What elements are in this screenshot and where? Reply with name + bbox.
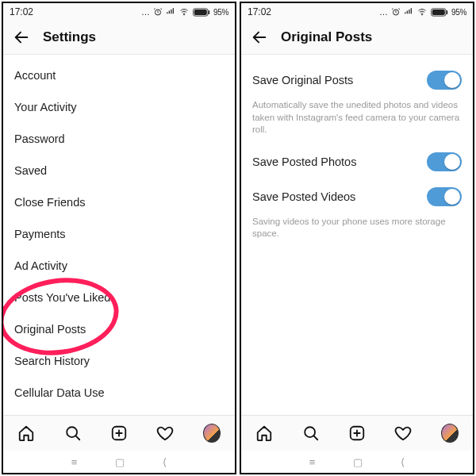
more-icon: … <box>141 7 150 17</box>
android-softkeys: ≡ ▢ ⟨ <box>241 451 473 473</box>
status-battery-pct: 95% <box>451 8 466 17</box>
original-posts-panel: Save Original Posts Automatically save t… <box>241 55 473 415</box>
avatar <box>441 424 459 443</box>
signal-icon <box>166 7 175 17</box>
toggle-label: Save Posted Videos <box>252 190 355 203</box>
home-icon <box>255 424 273 442</box>
settings-list: Account Your Activity Password Saved Clo… <box>3 55 235 415</box>
wifi-icon <box>416 7 428 17</box>
list-item[interactable]: Original Posts <box>3 313 235 345</box>
nav-search[interactable] <box>302 424 320 442</box>
toggle-row: Save Posted Videos <box>252 179 462 214</box>
list-item[interactable]: Close Friends <box>3 186 235 218</box>
list-item[interactable]: Ad Activity <box>3 250 235 282</box>
plus-square-icon <box>110 424 128 442</box>
page-title: Settings <box>43 29 96 45</box>
list-item[interactable]: Language <box>3 409 235 415</box>
alarm-icon <box>153 7 163 17</box>
status-time: 17:02 <box>248 6 271 17</box>
nav-home[interactable] <box>255 424 273 442</box>
hint-text: Automatically save the unedited photos a… <box>252 98 462 144</box>
nav-profile[interactable] <box>441 424 459 442</box>
nav-search[interactable] <box>64 424 82 442</box>
bottom-nav <box>3 415 235 451</box>
toggle-save-original-posts[interactable] <box>427 71 462 90</box>
avatar <box>203 424 221 443</box>
hint-text: Saving videos to your phone uses more st… <box>252 214 462 248</box>
toggle-save-posted-photos[interactable] <box>427 152 462 171</box>
header: Settings <box>3 21 235 55</box>
list-item[interactable]: Cellular Data Use <box>3 377 235 409</box>
list-item[interactable]: Saved <box>3 155 235 186</box>
list-item[interactable]: Your Activity <box>3 91 235 123</box>
svg-rect-3 <box>194 10 207 15</box>
alarm-icon <box>391 7 401 17</box>
list-item[interactable]: Password <box>3 123 235 155</box>
svg-rect-4 <box>208 10 209 13</box>
list-item[interactable]: Posts You've Liked <box>3 282 235 313</box>
toggle-row: Save Original Posts <box>252 63 462 98</box>
nav-profile[interactable] <box>203 424 221 442</box>
back-button[interactable] <box>249 27 270 48</box>
wifi-icon <box>178 7 190 17</box>
plus-square-icon <box>348 424 366 442</box>
status-bar: 17:02 … 95% <box>241 3 473 21</box>
svg-point-8 <box>421 14 422 15</box>
heart-icon <box>156 424 174 442</box>
list-item[interactable]: Payments <box>3 218 235 250</box>
header: Original Posts <box>241 21 473 55</box>
list-item[interactable]: Search History <box>3 345 235 377</box>
toggle-row: Save Posted Photos <box>252 144 462 179</box>
more-icon: … <box>379 7 388 17</box>
nav-new-post[interactable] <box>348 424 366 442</box>
toggle-label: Save Original Posts <box>252 74 353 86</box>
arrow-left-icon <box>13 29 30 46</box>
status-time: 17:02 <box>10 6 33 17</box>
search-icon <box>302 424 320 442</box>
home-icon <box>17 424 35 442</box>
status-battery-pct: 95% <box>213 8 228 17</box>
softkey-back-icon[interactable]: ⟨ <box>163 456 167 468</box>
back-button[interactable] <box>11 27 32 48</box>
arrow-left-icon <box>251 29 268 46</box>
status-bar: 17:02 … 95% <box>3 3 235 21</box>
nav-activity[interactable] <box>394 424 412 442</box>
svg-point-1 <box>183 14 184 15</box>
status-icons: … 95% <box>141 7 228 17</box>
status-icons: … 95% <box>379 7 466 17</box>
bottom-nav <box>241 415 473 451</box>
nav-activity[interactable] <box>156 424 174 442</box>
softkey-menu-icon[interactable]: ≡ <box>309 456 316 468</box>
signal-icon <box>404 7 413 17</box>
phone-right: 17:02 … 95% Original Posts Save Original… <box>240 2 474 474</box>
svg-rect-10 <box>432 10 445 15</box>
softkey-home-icon[interactable]: ▢ <box>115 456 125 468</box>
softkey-menu-icon[interactable]: ≡ <box>71 456 78 468</box>
nav-new-post[interactable] <box>110 424 128 442</box>
android-softkeys: ≡ ▢ ⟨ <box>3 451 235 473</box>
page-title: Original Posts <box>281 29 372 45</box>
list-item[interactable]: Account <box>3 60 235 91</box>
heart-icon <box>394 424 412 442</box>
svg-rect-11 <box>446 10 447 13</box>
softkey-back-icon[interactable]: ⟨ <box>401 456 405 468</box>
toggle-save-posted-videos[interactable] <box>427 187 462 206</box>
search-icon <box>64 424 82 442</box>
battery-icon <box>431 8 448 17</box>
battery-icon <box>193 8 210 17</box>
toggle-label: Save Posted Photos <box>252 155 356 168</box>
phone-left: 17:02 … 95% Settings Account Your Activi… <box>2 2 236 474</box>
nav-home[interactable] <box>17 424 35 442</box>
softkey-home-icon[interactable]: ▢ <box>353 456 363 468</box>
